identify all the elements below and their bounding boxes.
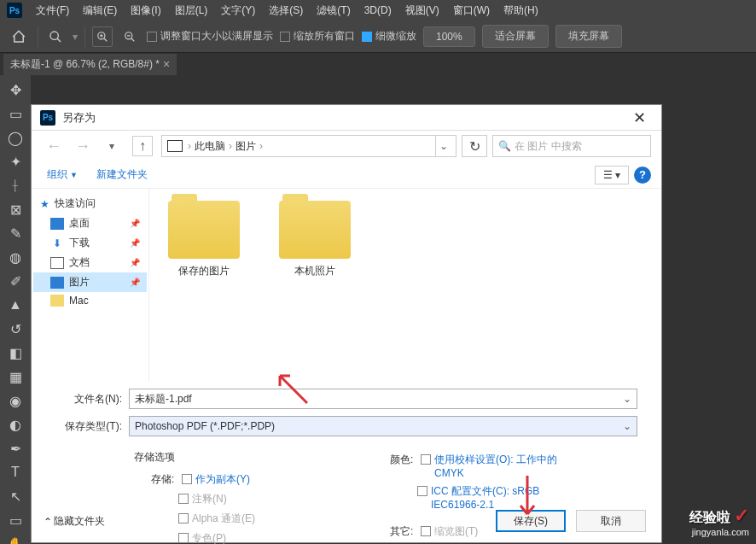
eyedropper-tool[interactable]: ✎: [3, 222, 27, 244]
main-area: ★快速访问 桌面📌 ⬇下载📌 文档📌 图片📌 Mac 保存的图片 本机照片: [32, 189, 661, 382]
proof-setup-option: 颜色:使用校样设置(O): 工作中的 CMYK: [390, 450, 646, 482]
menu-layer[interactable]: 图层(L): [170, 2, 213, 20]
nav-forward-button[interactable]: →: [71, 134, 95, 158]
new-folder-button[interactable]: 新建文件夹: [90, 166, 154, 184]
healing-tool[interactable]: ◍: [3, 246, 27, 268]
computer-icon: [167, 140, 183, 152]
menu-help[interactable]: 帮助(H): [498, 2, 544, 20]
shape-tool[interactable]: ▭: [3, 509, 27, 531]
nav-up-button[interactable]: ↑: [132, 136, 153, 156]
svg-point-0: [50, 32, 58, 39]
home-button[interactable]: [7, 25, 31, 49]
menu-select[interactable]: 选择(S): [264, 2, 308, 20]
menu-image[interactable]: 图像(I): [125, 2, 166, 20]
type-tool[interactable]: T: [3, 461, 27, 483]
crop-tool[interactable]: ⟊: [3, 174, 27, 196]
app-menubar: Ps 文件(F) 编辑(E) 图像(I) 图层(L) 文字(Y) 选择(S) 滤…: [0, 0, 756, 20]
search-input[interactable]: 🔍 在 图片 中搜索: [492, 135, 651, 157]
dialog-toolbar: 组织 ▼ 新建文件夹 ☰ ▾ ?: [32, 161, 661, 189]
magic-wand-tool[interactable]: ✦: [3, 150, 27, 173]
dialog-close-button[interactable]: ✕: [625, 106, 653, 130]
save-button[interactable]: 保存(S): [496, 510, 566, 532]
nav-back-button[interactable]: ←: [42, 134, 66, 158]
tab-title: 未标题-1 @ 66.7% (2, RGB/8#) *: [10, 57, 160, 72]
zoom-100-button[interactable]: 100%: [423, 26, 475, 47]
document-tabs: 未标题-1 @ 66.7% (2, RGB/8#) * ×: [0, 53, 756, 75]
breadcrumb-dropdown[interactable]: ⌄: [435, 136, 451, 156]
eraser-tool[interactable]: ◧: [3, 342, 27, 364]
watermark-url: jingyanla.com: [692, 527, 749, 537]
ps-logo: Ps: [7, 3, 22, 18]
zoom-in-icon[interactable]: [92, 26, 113, 47]
menu-text[interactable]: 文字(Y): [216, 2, 260, 20]
gradient-tool[interactable]: ▦: [3, 366, 27, 388]
stamp-tool[interactable]: ▲: [3, 294, 27, 316]
menu-window[interactable]: 窗口(W): [448, 2, 495, 20]
dropdown-icon[interactable]: ⌄: [623, 420, 631, 432]
sidebar-quick-access[interactable]: ★快速访问: [33, 194, 147, 214]
icc-profile-option[interactable]: ICC 配置文件(C): sRGB IEC61966-2.1: [417, 482, 646, 513]
tab-close-icon[interactable]: ×: [163, 57, 170, 71]
view-mode-button[interactable]: ☰ ▾: [595, 166, 629, 184]
scrubby-zoom-option[interactable]: 细微缩放: [362, 29, 416, 44]
menu-filter[interactable]: 滤镜(T): [311, 2, 355, 20]
brush-tool[interactable]: ✐: [3, 270, 27, 292]
organize-button[interactable]: 组织 ▼: [42, 166, 83, 184]
nav-history-dropdown[interactable]: ▾: [100, 134, 124, 158]
folder-icon: [168, 201, 240, 259]
folder-local-photos[interactable]: 本机照片: [272, 201, 358, 278]
sidebar-pictures[interactable]: 图片📌: [33, 272, 147, 292]
filename-input[interactable]: 未标题-1.pdf⌄: [129, 389, 637, 409]
fill-screen-button[interactable]: 填充屏幕: [555, 25, 622, 48]
fit-screen-button[interactable]: 适合屏幕: [482, 25, 549, 48]
as-copy-option[interactable]: 存储:作为副本(Y): [151, 470, 390, 489]
pen-tool[interactable]: ✒: [3, 437, 27, 459]
zoom-out-icon[interactable]: [119, 26, 140, 47]
nav-row: ← → ▾ ↑ › 此电脑 › 图片 › ⌄ ↻ 🔍 在 图片 中搜索: [32, 131, 661, 161]
resize-windows-option[interactable]: 调整窗口大小以满屏显示: [147, 29, 273, 44]
help-button[interactable]: ?: [634, 167, 651, 184]
breadcrumb-root[interactable]: 此电脑: [195, 139, 225, 154]
pin-icon: 📌: [130, 278, 140, 287]
sidebar-downloads[interactable]: ⬇下载📌: [33, 233, 147, 253]
save-as-dialog: Ps 另存为 ✕ ← → ▾ ↑ › 此电脑 › 图片 › ⌄ ↻ 🔍 在 图片…: [31, 104, 662, 543]
pin-icon: 📌: [130, 219, 140, 228]
menu-edit[interactable]: 编辑(E): [78, 2, 122, 20]
document-tab[interactable]: 未标题-1 @ 66.7% (2, RGB/8#) * ×: [3, 54, 177, 75]
type-dropdown[interactable]: Photoshop PDF (*.PDF;*.PDP)⌄: [129, 416, 637, 436]
sidebar-mac[interactable]: Mac: [33, 292, 147, 309]
options-toolbar: ▾ 调整窗口大小以满屏显示 缩放所有窗口 细微缩放 100% 适合屏幕 填充屏幕: [0, 20, 756, 53]
zoom-all-windows-option[interactable]: 缩放所有窗口: [280, 29, 355, 44]
frame-tool[interactable]: ⊠: [3, 198, 27, 220]
star-icon: ★: [40, 198, 49, 210]
lasso-tool[interactable]: ◯: [3, 126, 27, 149]
annotations-option: 注释(N): [178, 489, 390, 509]
hide-folders-toggle[interactable]: ⌃ 隐藏文件夹: [44, 514, 105, 529]
sidebar-desktop[interactable]: 桌面📌: [33, 214, 147, 233]
blur-tool[interactable]: ◉: [3, 389, 27, 412]
breadcrumb[interactable]: › 此电脑 › 图片 › ⌄: [161, 135, 457, 157]
history-brush-tool[interactable]: ↺: [3, 318, 27, 340]
sidebar-documents[interactable]: 文档📌: [33, 253, 147, 272]
form-area: 文件名(N): 未标题-1.pdf⌄ 保存类型(T): Photoshop PD…: [32, 382, 661, 450]
menu-3d[interactable]: 3D(D): [359, 3, 397, 18]
menu-view[interactable]: 视图(V): [400, 2, 445, 20]
dialog-buttons: 保存(S) 取消: [496, 510, 646, 532]
folder-icon: [50, 295, 64, 307]
file-list[interactable]: 保存的图片 本机照片: [149, 189, 661, 382]
pin-icon: 📌: [130, 238, 140, 248]
chevron-up-icon: ⌃: [44, 516, 52, 528]
search-icon: 🔍: [498, 140, 511, 152]
move-tool[interactable]: ✥: [3, 79, 27, 101]
cancel-button[interactable]: 取消: [576, 510, 646, 532]
dropdown-icon[interactable]: ⌄: [623, 393, 631, 405]
menu-file[interactable]: 文件(F): [31, 2, 74, 20]
path-tool[interactable]: ↖: [3, 485, 27, 507]
folder-saved-pictures[interactable]: 保存的图片: [161, 201, 247, 278]
hand-tool[interactable]: ✋: [3, 533, 27, 544]
dodge-tool[interactable]: ◐: [3, 413, 27, 436]
zoom-tool-icon[interactable]: [45, 26, 66, 47]
marquee-tool[interactable]: ▭: [3, 102, 27, 125]
refresh-button[interactable]: ↻: [462, 135, 487, 157]
breadcrumb-folder[interactable]: 图片: [236, 139, 256, 154]
